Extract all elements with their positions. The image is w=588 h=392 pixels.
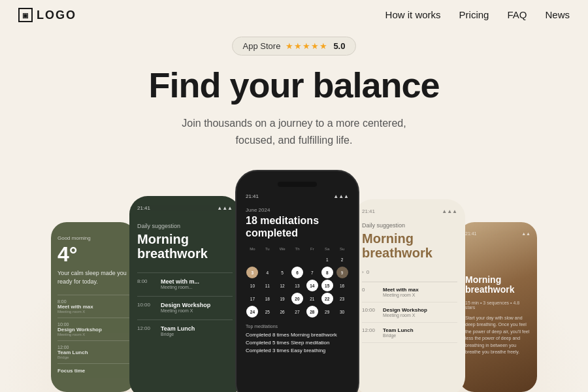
cal-day-17: 17 [246,293,258,304]
cal-day-30: 30 [336,306,348,318]
phone4-item-2-info: Team Lunch Bridge [383,327,414,338]
cal-day-16: 16 [336,280,348,291]
phone-3: 21:41 ▲▲▲ June 2024 18 meditations compl… [235,170,359,392]
dynamic-island [278,182,317,187]
nav-links: How it works Pricing FAQ News [385,9,570,21]
cal-day-3-today: 3 [246,267,258,278]
cal-h-th: Th [291,247,304,251]
logo-text: LOGO [37,8,76,22]
phone3-med-count: 18 meditations completed [246,214,349,239]
cal-row-3: 10 11 12 13 14 15 16 [246,280,349,291]
phone4-schedule: 0 Meet with max Meeting room X 10:00 Des… [362,282,457,343]
cal-day-22-active: 22 [321,293,333,304]
phone1-sub-2: Bridge [57,355,129,359]
phone4-item-2-name: Team Lunch [383,327,414,333]
cal-h-tu: Tu [261,247,274,251]
phone5-title: Morning breathwork [465,275,531,295]
cal-h-fr: Fr [305,247,319,251]
phone2-sched-1-info: Design Workshop Meeting room X [161,302,210,313]
phone4-arrow: › [362,269,364,275]
phone3-top-label: Top meditations [246,324,349,329]
phone4-item-0: 0 Meet with max Meeting room X [362,282,457,302]
nav-link-faq[interactable]: FAQ [507,9,527,20]
nav-link-news[interactable]: News [545,9,570,20]
phone4-item-0-sub: Meeting room X [383,293,419,297]
phone2-sched-0-title: Meet with m... [161,278,199,285]
phone4-main-title: Morning breathwork [362,231,457,260]
cal-day-19: 19 [276,293,288,304]
phone4-item-2: 12:00 Team Lunch Bridge [362,323,457,343]
cal-day-24-active: 24 [246,306,258,318]
phone1-item-1: 10:00 Design Workshop Meeting room X [57,318,129,340]
phone2-sched-2-title: Team Lunch [161,325,195,332]
cal-day-25: 25 [261,306,273,318]
cal-header: Mo Tu We Th Fr Sa Su [246,247,349,251]
cal-day-26: 26 [276,306,288,318]
cal-day-4: 4 [261,267,273,278]
phone4-item-1-time: 10:00 [362,307,379,318]
phone2-sched-2-time: 12:00 [137,325,155,336]
cal-row-1: 1 2 [246,253,349,265]
phone2-sched-1: 10:00 Design Workshop Meeting room X [137,296,233,313]
phone2-sched-2-info: Team Lunch Bridge [161,325,195,336]
cal-day-21: 21 [306,293,318,304]
cal-row-4: 17 18 19 20 21 22 23 [246,293,349,304]
cal-day-11: 11 [261,280,273,291]
phone-2: 21:41 ▲▲▲ Daily suggestion Morning breat… [129,196,240,392]
cal-day-5: 5 [276,267,288,278]
calendar-grid: Mo Tu We Th Fr Sa Su 1 2 3 4 [246,247,349,318]
cal-row-2: 3 4 5 6 7 8 9 [246,267,349,278]
phone3-med-1-label: Completed 5 times Sleep meditation [246,340,349,346]
cal-row-5: 24 25 26 27 28 29 30 [246,306,349,318]
phone1-time-2: 12:00 [57,345,129,350]
phone4-item-2-time: 12:00 [362,327,379,338]
cal-h-su: Su [335,247,349,251]
cal-h-we: We [276,247,289,251]
phone2-sched-0-time: 8:00 [137,278,155,289]
cal-h-sa: Sa [320,247,334,251]
phone2-sched-0-sub: Meeting room... [161,285,199,289]
phone1-item-3: Focus time [57,363,129,378]
phone2-sched-2-sub: Bridge [161,332,195,336]
phone1-title-2: Team Lunch [57,350,129,355]
phone4-status: 21:41▲▲▲ [362,208,457,214]
phone5-status: 21:41▲▲ [465,231,531,236]
cal-day-7: 7 [306,267,318,278]
nav-link-how-it-works[interactable]: How it works [385,9,441,20]
phone3-status: 21:41 ▲▲▲ [246,193,349,199]
nav-link-pricing[interactable]: Pricing [459,9,489,20]
phone2-sched-0-info: Meet with m... Meeting room... [161,278,199,289]
phone5-overlay: 21:41▲▲ Morning breathwork 15 min • 3 se… [459,222,537,365]
badge-rating: 5.0 [333,41,345,51]
hero-headline: Find your balance [0,66,588,105]
cal-day-28-active: 28 [306,306,318,318]
phone1-item-0: 8:00 Meet with max Meeting room X [57,295,129,318]
logo-box: ▣ [18,8,33,22]
cal-day-6-active: 6 [291,267,303,278]
phone1-sleep-text: Your calm sleep made you ready for today… [57,269,129,286]
phone2-time: 21:41 [137,205,150,211]
phone2-main-title: Morning breathwork [137,232,233,261]
navbar: ▣ LOGO How it works Pricing FAQ News [0,0,588,30]
phones-container: Good morning 4° Your calm sleep made you… [0,170,588,392]
cal-day-23: 23 [336,293,348,304]
phone2-sched-0: 8:00 Meet with m... Meeting room... [137,272,233,289]
phone4-item-2-sub: Bridge [383,333,414,338]
logo: ▣ LOGO [18,8,76,22]
phone2-sched-2: 12:00 Team Lunch Bridge [137,319,233,336]
cal-day-27: 27 [291,306,303,318]
cal-day-1: 1 [321,253,333,265]
phone1-title-3: Focus time [57,368,129,374]
phone3-med-2-label: Completed 3 times Easy breathing [246,348,349,353]
app-store-badge: App Store ★★★★★ 5.0 [232,37,357,56]
cal-day-10: 10 [246,280,258,291]
cal-day-9: 9 [336,267,348,278]
phone4-item-1-name: Design Workshop [383,307,427,313]
phone4-item-1: 10:00 Design Workshop Meeting room X [362,302,457,323]
phone2-icons: ▲▲▲ [217,205,233,211]
cal-day-20-active: 20 [291,293,303,304]
phone3-status-icons: ▲▲▲ [333,193,349,199]
phone3-month: June 2024 [246,207,349,213]
cal-day-12: 12 [276,280,288,291]
cal-day-29: 29 [321,306,333,318]
